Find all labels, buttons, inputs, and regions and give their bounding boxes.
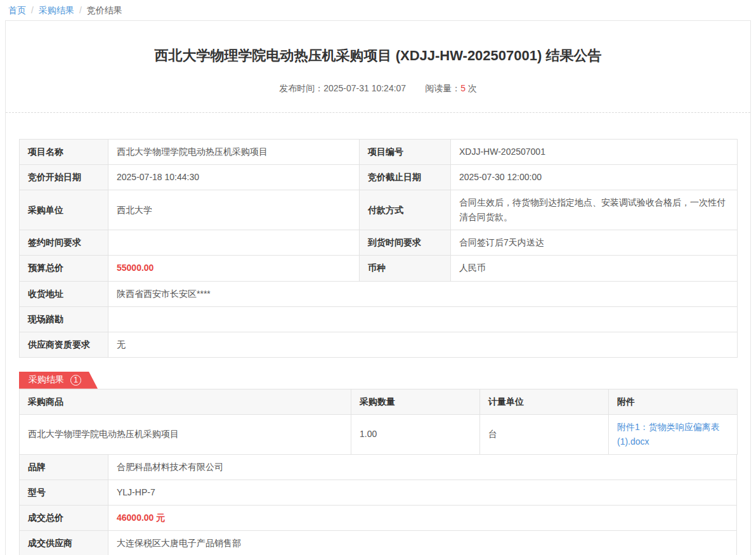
table-row: 成交供应商 大连保税区大唐电子产品销售部 xyxy=(20,531,737,555)
breadcrumb-link-procurement-results[interactable]: 采购结果 xyxy=(39,5,74,15)
breadcrumb-separator: / xyxy=(31,5,34,15)
row-value xyxy=(108,306,738,332)
row-value: 陕西省西安市长安区**** xyxy=(108,281,738,306)
column-header-unit: 计量单位 xyxy=(480,389,609,414)
table-row: 采购单位 西北大学 付款方式 合同生效后，待货物到达指定地点、安装调试验收合格后… xyxy=(20,190,738,230)
row-value xyxy=(108,230,360,256)
row-value: XDJJ-HW-202507001 xyxy=(451,140,738,165)
announcement-card: 西北大学物理学院电动热压机采购项目 (XDJJ-HW-202507001) 结果… xyxy=(5,20,751,555)
column-header-attachment: 附件 xyxy=(609,389,738,414)
project-info-table: 项目名称 西北大学物理学院电动热压机采购项目 项目编号 XDJJ-HW-2025… xyxy=(19,139,738,358)
result-table: 采购商品 采购数量 计量单位 附件 西北大学物理学院电动热压机采购项目 1.00… xyxy=(19,389,738,455)
table-row: 项目名称 西北大学物理学院电动热压机采购项目 项目编号 XDJJ-HW-2025… xyxy=(20,140,738,165)
quantity-cell: 1.00 xyxy=(351,414,480,454)
row-label: 成交供应商 xyxy=(20,531,108,555)
result-count-badge: 1 xyxy=(70,375,81,386)
product-name-cell: 西北大学物理学院电动热压机采购项目 xyxy=(20,414,351,454)
table-row: 品牌 合肥科晶材料技术有限公司 xyxy=(20,455,737,480)
row-label: 采购单位 xyxy=(20,190,108,230)
unit-cell: 台 xyxy=(480,414,609,454)
table-row: 成交总价 46000.00 元 xyxy=(20,506,737,531)
row-label: 竞价截止日期 xyxy=(360,165,451,190)
brand-value: 合肥科晶材料技术有限公司 xyxy=(108,455,737,480)
table-row: 竞价开始日期 2025-07-18 10:44:30 竞价截止日期 2025-0… xyxy=(20,165,738,190)
result-badge-label: 采购结果 xyxy=(29,374,64,386)
read-count-value: 5 xyxy=(460,83,466,93)
row-label: 收货地址 xyxy=(20,281,108,306)
row-label: 供应商资质要求 xyxy=(20,332,108,357)
row-value: 合同签订后7天内送达 xyxy=(451,230,738,256)
result-badge: 采购结果 1 xyxy=(19,372,98,389)
row-value: 人民币 xyxy=(451,256,738,281)
deal-total-price-value: 46000.00 元 xyxy=(108,506,737,531)
row-label: 付款方式 xyxy=(360,190,451,230)
row-value: 合同生效后，待货物到达指定地点、安装调试验收合格后，一次性付清合同货款。 xyxy=(451,190,738,230)
supplier-value: 大连保税区大唐电子产品销售部 xyxy=(108,531,737,555)
row-label: 品牌 xyxy=(20,455,108,480)
column-header-product: 采购商品 xyxy=(20,389,351,414)
attachment-cell: 附件1：货物类响应偏离表(1).docx xyxy=(609,414,738,454)
result-detail-table: 品牌 合肥科晶材料技术有限公司 型号 YLJ-HP-7 成交总价 46000.0… xyxy=(19,454,737,555)
row-value: 无 xyxy=(108,332,738,357)
budget-total-value: 55000.00 xyxy=(108,256,360,281)
row-label: 型号 xyxy=(20,480,108,506)
row-label: 现场踏勘 xyxy=(20,306,108,332)
row-value: 西北大学物理学院电动热压机采购项目 xyxy=(108,140,360,165)
row-label: 项目名称 xyxy=(20,140,108,165)
table-row: 预算总价 55000.00 币种 人民币 xyxy=(20,256,738,281)
column-header-quantity: 采购数量 xyxy=(351,389,480,414)
attachment-link[interactable]: 附件1：货物类响应偏离表(1).docx xyxy=(617,422,720,447)
row-label: 竞价开始日期 xyxy=(20,165,108,190)
row-label: 成交总价 xyxy=(20,506,108,531)
page-title: 西北大学物理学院电动热压机采购项目 (XDJJ-HW-202507001) 结果… xyxy=(6,21,750,65)
table-row: 签约时间要求 到货时间要求 合同签订后7天内送达 xyxy=(20,230,738,256)
row-label: 币种 xyxy=(360,256,451,281)
read-count-label: 阅读量： xyxy=(425,83,460,93)
row-label: 签约时间要求 xyxy=(20,230,108,256)
row-label: 到货时间要求 xyxy=(360,230,451,256)
read-count-unit: 次 xyxy=(468,83,477,93)
breadcrumb: 首页/采购结果/竞价结果 xyxy=(0,0,756,20)
row-value: 2025-07-30 12:00:00 xyxy=(451,165,738,190)
breadcrumb-current: 竞价结果 xyxy=(87,5,122,15)
row-label: 预算总价 xyxy=(20,256,108,281)
row-value: 2025-07-18 10:44:30 xyxy=(108,165,360,190)
row-value: 西北大学 xyxy=(108,190,360,230)
table-row: 供应商资质要求 无 xyxy=(20,332,738,357)
publish-info: 发布时间：2025-07-31 10:24:07阅读量：5 次 xyxy=(6,83,750,95)
table-row: 收货地址 陕西省西安市长安区**** xyxy=(20,281,738,306)
product-row: 西北大学物理学院电动热压机采购项目 1.00 台 附件1：货物类响应偏离表(1)… xyxy=(20,414,738,454)
publish-time-label: 发布时间： xyxy=(279,83,323,93)
table-header-row: 采购商品 采购数量 计量单位 附件 xyxy=(20,389,738,414)
publish-time-value: 2025-07-31 10:24:07 xyxy=(323,83,406,93)
model-value: YLJ-HP-7 xyxy=(108,480,737,506)
table-row: 型号 YLJ-HP-7 xyxy=(20,480,737,506)
breadcrumb-separator: / xyxy=(79,5,82,15)
tables-wrap: 项目名称 西北大学物理学院电动热压机采购项目 项目编号 XDJJ-HW-2025… xyxy=(6,113,750,555)
table-row: 现场踏勘 xyxy=(20,306,738,332)
breadcrumb-link-home[interactable]: 首页 xyxy=(8,5,26,15)
row-label: 项目编号 xyxy=(360,140,451,165)
